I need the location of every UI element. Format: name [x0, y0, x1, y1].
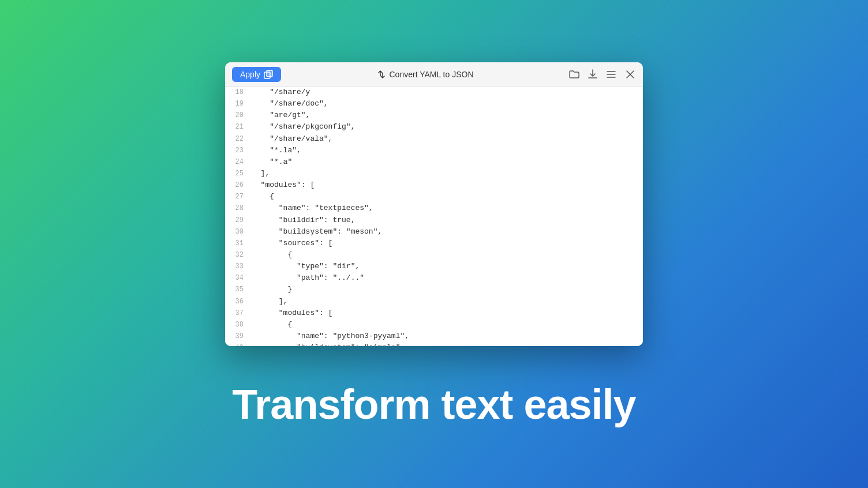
code-line: 32 { — [225, 249, 643, 261]
line-number: 25 — [225, 168, 249, 179]
code-line: 36 ], — [225, 296, 643, 307]
apply-button[interactable]: Apply — [232, 67, 281, 82]
apply-label: Apply — [240, 70, 260, 79]
line-content: "type": "dir", — [249, 261, 643, 272]
line-number: 37 — [225, 307, 249, 319]
line-content: "sources": [ — [249, 238, 643, 249]
code-line: 23 "*.la", — [225, 145, 643, 156]
code-line: 20 "are/gt", — [225, 110, 643, 121]
code-line: 27 { — [225, 191, 643, 202]
line-content: "are/gt", — [249, 110, 643, 121]
code-line: 29 "builddir": true, — [225, 215, 643, 226]
line-content: "name": "textpieces", — [249, 202, 643, 214]
download-icon[interactable] — [588, 69, 598, 80]
titlebar-actions — [569, 69, 636, 80]
line-number: 27 — [225, 191, 249, 202]
close-button[interactable] — [624, 69, 636, 80]
code-line: 38 { — [225, 319, 643, 331]
line-content: "modules": [ — [249, 179, 643, 191]
line-content: } — [249, 284, 643, 295]
line-content: "name": "python3-pyyaml", — [249, 331, 643, 342]
line-number: 19 — [225, 98, 249, 110]
headline: Transform text easily — [232, 381, 635, 428]
code-line: 37 "modules": [ — [225, 307, 643, 319]
line-content: "buildsystem": "simple", — [249, 342, 643, 346]
line-number: 22 — [225, 133, 249, 145]
convert-icon — [377, 70, 386, 79]
titlebar-center: Convert YAML to JSON — [286, 70, 564, 79]
line-content: "*.la", — [249, 145, 643, 156]
line-number: 28 — [225, 202, 249, 214]
line-content: "buildsystem": "meson", — [249, 226, 643, 238]
line-number: 34 — [225, 272, 249, 284]
code-line: 21 "/share/pkgconfig", — [225, 121, 643, 133]
line-number: 40 — [225, 342, 249, 346]
line-content: { — [249, 191, 643, 202]
code-line: 34 "path": "../.." — [225, 272, 643, 284]
line-content: "/share/y — [249, 87, 643, 98]
line-number: 18 — [225, 87, 249, 98]
code-line: 26 "modules": [ — [225, 179, 643, 191]
line-number: 21 — [225, 121, 249, 133]
code-line: 25 ], — [225, 168, 643, 179]
line-content: ], — [249, 296, 643, 307]
line-number: 30 — [225, 226, 249, 238]
code-line: 28 "name": "textpieces", — [225, 202, 643, 214]
line-number: 31 — [225, 238, 249, 249]
code-line: 22 "/share/vala", — [225, 133, 643, 145]
app-window: Apply Convert YAML to JSON — [225, 62, 643, 346]
code-editor: 18 "/share/y19 "/share/doc",20 "are/gt",… — [225, 87, 643, 346]
line-content: { — [249, 249, 643, 261]
code-line: 40 "buildsystem": "simple", — [225, 342, 643, 346]
code-line: 33 "type": "dir", — [225, 261, 643, 272]
line-number: 23 — [225, 145, 249, 156]
line-content: "modules": [ — [249, 307, 643, 319]
line-content: "/share/pkgconfig", — [249, 121, 643, 133]
line-content: { — [249, 319, 643, 331]
code-line: 19 "/share/doc", — [225, 98, 643, 110]
line-content: "builddir": true, — [249, 215, 643, 226]
line-number: 33 — [225, 261, 249, 272]
line-number: 38 — [225, 319, 249, 331]
line-number: 20 — [225, 110, 249, 121]
code-line: 31 "sources": [ — [225, 238, 643, 249]
code-lines: 18 "/share/y19 "/share/doc",20 "are/gt",… — [225, 87, 643, 346]
menu-icon[interactable] — [606, 69, 616, 80]
folder-icon[interactable] — [569, 69, 579, 80]
code-line: 18 "/share/y — [225, 87, 643, 98]
code-line: 39 "name": "python3-pyyaml", — [225, 331, 643, 342]
code-line: 35 } — [225, 284, 643, 295]
line-content: ], — [249, 168, 643, 179]
line-number: 32 — [225, 249, 249, 261]
titlebar: Apply Convert YAML to JSON — [225, 62, 643, 87]
line-number: 36 — [225, 296, 249, 307]
line-number: 39 — [225, 331, 249, 342]
code-line: 30 "buildsystem": "meson", — [225, 226, 643, 238]
svg-rect-1 — [267, 70, 272, 77]
line-number: 24 — [225, 156, 249, 168]
line-number: 29 — [225, 215, 249, 226]
window-title: Convert YAML to JSON — [390, 70, 474, 79]
line-number: 35 — [225, 284, 249, 295]
line-number: 26 — [225, 179, 249, 191]
code-line: 24 "*.a" — [225, 156, 643, 168]
line-content: "*.a" — [249, 156, 643, 168]
copy-icon — [264, 70, 273, 79]
line-content: "/share/vala", — [249, 133, 643, 145]
line-content: "path": "../.." — [249, 272, 643, 284]
line-content: "/share/doc", — [249, 98, 643, 110]
